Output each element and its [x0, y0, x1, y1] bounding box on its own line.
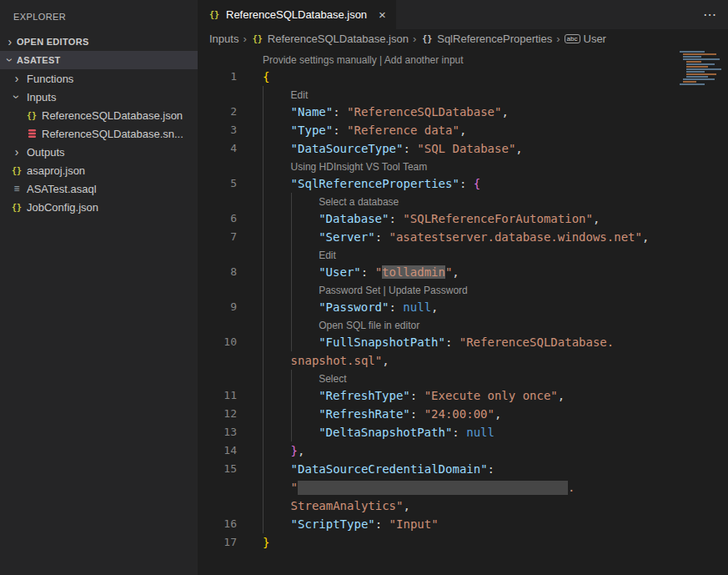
file-referencesqldatabase-sn[interactable]: ReferenceSQLDatabase.sn...: [0, 124, 198, 143]
code-line-4: 4"DataSourceType": "SQL Database",: [198, 139, 728, 158]
line-number: 10: [198, 333, 263, 351]
minimap-line: [686, 68, 721, 70]
breadcrumb-separator-icon: ›: [242, 33, 247, 45]
codelens-link[interactable]: Edit: [319, 250, 336, 261]
indent-guide: [291, 193, 292, 209]
codelens-row[interactable]: Edit: [198, 86, 728, 103]
line-number: 5: [198, 174, 263, 193]
code-token: "Password": [319, 300, 389, 314]
indent-guide: [263, 478, 264, 497]
json-file-icon: {}: [208, 8, 221, 22]
indent-guide: [291, 298, 292, 316]
line-number: 15: [198, 460, 263, 478]
file-asatest-asaql[interactable]: ≡ASATest.asaql: [0, 179, 198, 198]
open-editors-section-header[interactable]: › OPEN EDITORS: [0, 33, 198, 51]
code-token: "DataSourceType": [291, 142, 404, 155]
file-asaproj-json[interactable]: {}asaproj.json: [0, 161, 198, 179]
line-number: 17: [198, 533, 263, 552]
code-token: null: [403, 300, 431, 314]
code-token: "DataSourceCredentialDomain": [291, 462, 488, 476]
code-token: "ReferenceSQLDatabase.: [459, 335, 614, 349]
codelens-link[interactable]: Open SQL file in editor: [319, 320, 419, 331]
line-number: [198, 193, 263, 209]
close-tab-icon[interactable]: ×: [379, 8, 386, 22]
code-token: }: [263, 536, 269, 549]
breadcrumb-item[interactable]: Inputs: [209, 33, 238, 45]
indent-guide: [291, 423, 292, 441]
breadcrumb-item[interactable]: abcUser: [565, 33, 606, 45]
minimap-line: [686, 66, 708, 68]
project-section-header[interactable]: › ASATEST: [0, 51, 198, 69]
line-number: 1: [198, 68, 263, 86]
indent-guide: [263, 316, 264, 333]
codelens-row[interactable]: Edit: [198, 246, 728, 263]
line-number: 11: [198, 386, 263, 405]
line-number: [198, 246, 263, 263]
codelens-link[interactable]: Edit: [291, 89, 309, 101]
indent-guide: [263, 209, 264, 228]
line-number: [198, 497, 263, 515]
code-token: StreamAnalytics": [291, 499, 404, 512]
tab-referencesqldatabase-json[interactable]: {} ReferenceSQLDatabase.json ×: [198, 0, 397, 29]
line-number: [198, 281, 263, 298]
code-line-17: 17}: [198, 533, 728, 552]
code-token: ,: [452, 265, 459, 279]
folder-inputs[interactable]: ›Inputs: [0, 88, 198, 106]
file-tree: ›Functions›Inputs{}ReferenceSQLDatabase.…: [0, 69, 198, 216]
codelens-row[interactable]: Select a database: [198, 193, 728, 209]
indent-guide: [263, 333, 264, 351]
minimap-line: [686, 61, 701, 63]
codelens-row[interactable]: Select: [198, 370, 728, 386]
breadcrumb-item[interactable]: {}ReferenceSQLDatabase.json: [251, 32, 409, 45]
code-line-2: 2"Name": "ReferenceSQLDatabase",: [198, 103, 728, 121]
line-number: [198, 478, 263, 497]
breadcrumb-item[interactable]: {}SqlReferenceProperties: [420, 32, 552, 45]
indent-guide: [263, 139, 264, 158]
code-token: "SQL Database": [417, 142, 515, 155]
tree-item-label: ASATest.asaql: [27, 183, 97, 195]
code-token: snapshot.sql": [291, 354, 383, 367]
code-token: "Server": [319, 230, 374, 244]
indent-guide: [263, 370, 264, 386]
chevron-down-icon: ›: [3, 53, 17, 67]
line-number: 12: [198, 405, 263, 423]
codelens-row[interactable]: Password Set | Update Password: [198, 281, 728, 298]
indent-guide: [263, 460, 264, 478]
code-token: "Database": [319, 212, 389, 225]
indent-guide: [263, 441, 264, 460]
more-actions-button[interactable]: ⋯: [691, 7, 728, 23]
code-token: :: [488, 462, 495, 476]
codelens-row[interactable]: Open SQL file in editor: [198, 316, 728, 333]
codelens-row[interactable]: Using HDInsight VS Tool Team: [198, 158, 728, 174]
line-number: 2: [198, 103, 263, 121]
code-line-6: 6"Database": "SQLReferenceForAutomation"…: [198, 209, 728, 228]
codelens-link[interactable]: Select a database: [319, 196, 399, 208]
code-token: "RefreshRate": [319, 407, 410, 421]
code-token: "ScriptType": [291, 517, 375, 531]
code-token: "Execute only once": [424, 389, 558, 402]
folder-outputs[interactable]: ›Outputs: [0, 143, 198, 161]
codelens-link[interactable]: Password Set | Update Password: [319, 285, 468, 296]
line-number: 14: [198, 441, 263, 460]
editor-area: {} ReferenceSQLDatabase.json × ⋯ Inputs›…: [198, 0, 728, 575]
line-number: [198, 370, 263, 386]
vscode-workbench: EXPLORER › OPEN EDITORS › ASATEST ›Funct…: [0, 0, 728, 575]
code-token: ": [375, 265, 382, 279]
code-token: "FullSnapshotPath": [319, 335, 445, 349]
codelens-link[interactable]: Provide settings manually | Add another …: [263, 54, 464, 66]
file-jobconfig-json[interactable]: {}JobConfig.json: [0, 198, 198, 216]
codelens-link[interactable]: Select: [319, 373, 346, 385]
code-token: ,: [403, 499, 409, 512]
indent-guide: [263, 158, 264, 174]
code-editor[interactable]: Provide settings manually | Add another …: [198, 48, 728, 575]
code-token: :: [361, 265, 375, 279]
folder-functions[interactable]: ›Functions: [0, 69, 198, 88]
code-line-16: 16"ScriptType": "Input": [198, 515, 728, 533]
indent-guide: [291, 228, 292, 246]
minimap[interactable]: [680, 51, 726, 86]
codelens-link[interactable]: Using HDInsight VS Tool Team: [291, 161, 428, 173]
indent-guide: [291, 316, 292, 333]
file-referencesqldatabase-json[interactable]: {}ReferenceSQLDatabase.json: [0, 106, 198, 124]
code-token: "Input": [389, 517, 439, 531]
codelens-row[interactable]: Provide settings manually | Add another …: [198, 51, 728, 68]
